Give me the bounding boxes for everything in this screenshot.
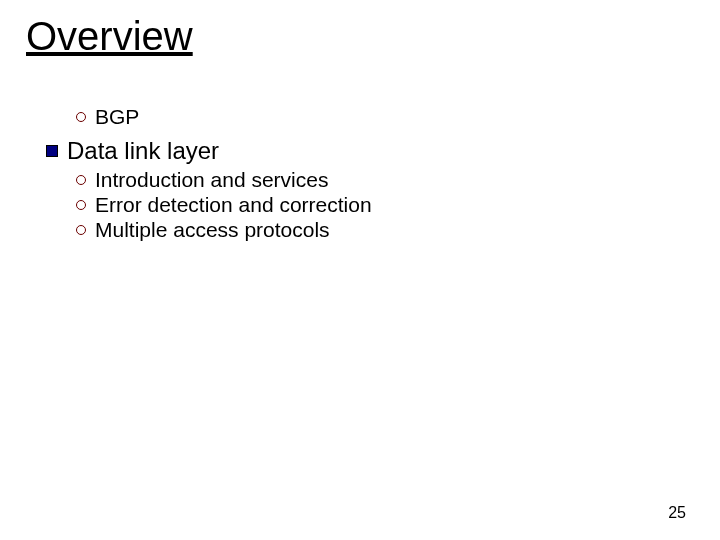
item-label: Error detection and correction [95, 193, 372, 217]
circle-bullet-icon [76, 200, 86, 210]
slide-content: BGP Data link layer Introduction and ser… [46, 105, 372, 243]
list-item: Introduction and services [76, 168, 372, 192]
item-label: BGP [95, 105, 139, 129]
circle-bullet-icon [76, 175, 86, 185]
square-bullet-icon [46, 145, 58, 157]
circle-bullet-icon [76, 225, 86, 235]
item-label: Multiple access protocols [95, 218, 330, 242]
list-item: BGP [76, 105, 372, 129]
circle-bullet-icon [76, 112, 86, 122]
item-label: Introduction and services [95, 168, 328, 192]
list-item: Error detection and correction [76, 193, 372, 217]
slide-title: Overview [26, 14, 193, 59]
list-item: Multiple access protocols [76, 218, 372, 242]
section-label: Data link layer [67, 137, 219, 165]
page-number: 25 [668, 504, 686, 522]
section-item: Data link layer [46, 137, 372, 165]
